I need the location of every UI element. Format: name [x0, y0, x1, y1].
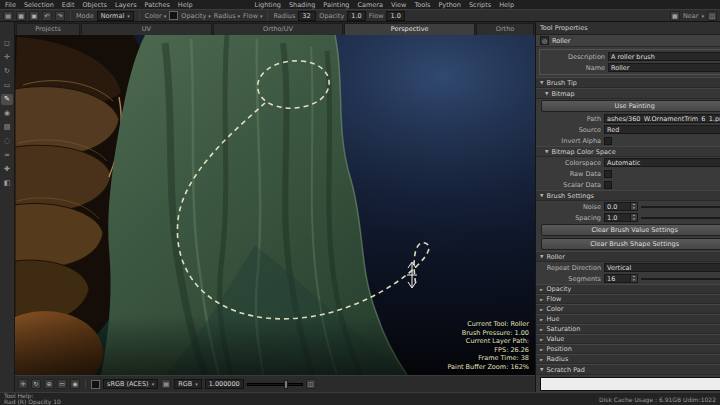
section-saturation[interactable]: ►Saturation	[536, 324, 720, 334]
radius-input[interactable]: 32	[298, 11, 316, 21]
menu-patches[interactable]: Patches	[145, 1, 170, 9]
segments-slider[interactable]	[641, 278, 720, 280]
menu-painting[interactable]: Painting	[323, 1, 349, 9]
channel-display-select[interactable]: RGB ▾	[174, 379, 202, 389]
rotate-tool-icon[interactable]: ↻	[1, 66, 13, 77]
pan-icon[interactable]: ✛	[18, 379, 28, 389]
section-color[interactable]: ►Color	[536, 304, 720, 314]
section-radius[interactable]: ►Radius	[536, 354, 720, 364]
section-roller[interactable]: ▼ Roller	[536, 251, 720, 262]
section-brush-settings[interactable]: ▼ Brush Settings	[536, 190, 720, 201]
section-opacity[interactable]: ►Opacity	[536, 284, 720, 294]
paint-tool-icon[interactable]: ✎	[1, 94, 13, 105]
section-scratch-pad[interactable]: ▼ Scratch Pad	[536, 364, 720, 375]
exposure-slider[interactable]	[247, 383, 303, 386]
spinner-arrows[interactable]: ▴▾	[630, 203, 637, 210]
frame-selected-icon[interactable]: ▭	[57, 379, 67, 389]
clip-planes-icon[interactable]: ◫	[707, 11, 717, 21]
exposure-input[interactable]: 1.000000	[205, 379, 244, 389]
spacing-slider[interactable]	[641, 217, 720, 219]
blur-tool-icon[interactable]: ◌	[1, 136, 13, 147]
spin-down-icon[interactable]: ▾	[631, 218, 637, 222]
clear-brush-shape-settings-button[interactable]: Clear Brush Shape Settings	[541, 238, 720, 250]
menu-objects[interactable]: Objects	[82, 1, 107, 9]
rotate-view-icon[interactable]: ↻	[31, 379, 41, 389]
section-brush-tip[interactable]: ▼ Brush Tip	[536, 77, 720, 88]
checker-background-icon[interactable]: ▤	[161, 379, 171, 389]
menu-selection[interactable]: Selection	[24, 1, 54, 9]
menu-help[interactable]: Help	[499, 1, 514, 9]
smudge-tool-icon[interactable]: ≈	[1, 150, 13, 161]
tab-ortho[interactable]: Ortho	[476, 23, 534, 35]
marquee-select-tool-icon[interactable]: ▭	[1, 80, 13, 91]
name-field[interactable]: Roller	[608, 63, 720, 72]
spinner-arrows[interactable]: ▴▾	[630, 275, 637, 282]
section-hue[interactable]: ►Hue	[536, 314, 720, 324]
menu-help-left[interactable]: Help	[178, 1, 193, 9]
opacity-dropdown[interactable]: Opacity▾	[181, 12, 211, 20]
opacity-input[interactable]: 1.0	[347, 11, 365, 21]
menu-edit[interactable]: Edit	[62, 1, 75, 9]
section-bitmap[interactable]: ▼ Bitmap	[536, 88, 720, 99]
focus-icon[interactable]: ◉	[70, 379, 80, 389]
menu-layers[interactable]: Layers	[115, 1, 137, 9]
tab-uv[interactable]: UV	[81, 23, 212, 35]
menu-shading[interactable]: Shading	[289, 1, 315, 9]
eraser-tool-icon[interactable]: ◉	[1, 108, 13, 119]
slider-thumb[interactable]	[284, 380, 288, 389]
path-field[interactable]: ashes/360_W.OrnamentTrim_6_1.png	[604, 114, 720, 123]
noise-spinner[interactable]: 0.0 ▴▾	[604, 202, 638, 211]
scalar-data-checkbox[interactable]	[604, 181, 612, 189]
segments-spinner[interactable]: 16 ▴▾	[604, 274, 638, 283]
menu-camera[interactable]: Camera	[357, 1, 383, 9]
use-painting-button[interactable]: Use Painting	[541, 100, 720, 112]
invert-alpha-checkbox[interactable]	[604, 137, 612, 145]
save-icon[interactable]: ▣	[29, 11, 39, 21]
repeat-direction-select[interactable]: Vertical ▾	[604, 263, 720, 272]
zoom-view-icon[interactable]: ⊕	[44, 379, 54, 389]
section-value[interactable]: ►Value	[536, 334, 720, 344]
colorspace-select[interactable]: Automatic ▾	[604, 158, 720, 167]
clear-brush-value-settings-button[interactable]: Clear Brush Value Settings	[541, 224, 720, 236]
transform-tool-icon[interactable]: ✛	[1, 52, 13, 63]
menu-scripts[interactable]: Scripts	[469, 1, 491, 9]
flow-dropdown[interactable]: Flow▾	[243, 12, 262, 20]
section-flow[interactable]: ►Flow	[536, 294, 720, 304]
spin-down-icon[interactable]: ▾	[631, 207, 637, 211]
new-project-icon[interactable]: ▤	[3, 11, 13, 21]
menu-tools[interactable]: Tools	[414, 1, 430, 9]
tab-ortho-uv[interactable]: Ortho/UV	[213, 23, 344, 35]
open-project-icon[interactable]: ▦	[16, 11, 26, 21]
tab-perspective[interactable]: Perspective	[344, 23, 475, 35]
spinner-arrows[interactable]: ▴▾	[630, 214, 637, 221]
select-tool-icon[interactable]: ◻	[1, 38, 13, 49]
menu-file[interactable]: File	[5, 1, 16, 9]
paint-through-tool-icon[interactable]: ◧	[1, 178, 13, 189]
noise-slider[interactable]	[641, 206, 720, 208]
spacing-spinner[interactable]: 1.0 ▴▾	[604, 213, 638, 222]
gradient-tool-icon[interactable]: ✚	[1, 164, 13, 175]
menu-view[interactable]: View	[391, 1, 406, 9]
color-dropdown[interactable]: Color▾	[145, 12, 167, 20]
section-position[interactable]: ►Position	[536, 344, 720, 354]
projection-icon[interactable]: ▦	[670, 11, 680, 21]
menu-python[interactable]: Python	[438, 1, 461, 9]
spin-down-icon[interactable]: ▾	[631, 279, 637, 283]
blend-mode-select[interactable]: Normal ▾	[97, 11, 134, 21]
flow-input[interactable]: 1.0	[386, 11, 404, 21]
tab-projects[interactable]: Projects	[16, 23, 80, 35]
scratch-pad-canvas[interactable]	[540, 377, 720, 391]
viewport-canvas[interactable]: Current Tool: Roller Brush Pressure: 1.0…	[15, 35, 535, 375]
background-color-swatch[interactable]	[91, 380, 100, 389]
lighting-mode-icon[interactable]: ◫	[306, 379, 316, 389]
raw-data-checkbox[interactable]	[604, 170, 612, 178]
radius-dropdown[interactable]: Radius▾	[214, 12, 240, 20]
clone-stamp-tool-icon[interactable]: ▨	[1, 122, 13, 133]
view-colorspace-select[interactable]: sRGB (ACES) ▾	[103, 379, 158, 389]
paint-color-swatch[interactable]	[169, 11, 178, 20]
section-bitmap-color-space[interactable]: ▼ Bitmap Color Space	[536, 146, 720, 157]
description-field[interactable]: A roller brush	[608, 52, 720, 61]
menu-lighting[interactable]: Lighting	[255, 1, 281, 9]
undo-icon[interactable]: ↶	[42, 11, 52, 21]
redo-icon[interactable]: ↷	[55, 11, 65, 21]
